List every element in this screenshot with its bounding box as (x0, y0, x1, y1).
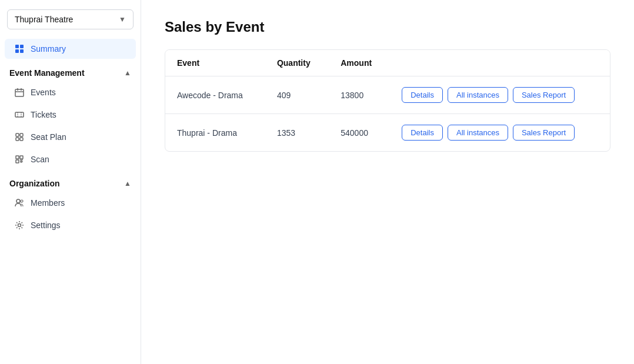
sidebar-item-members-label: Members (31, 198, 65, 208)
venue-dropdown-wrapper: Thuprai Theatre ▼ (0, 9, 141, 36)
sidebar-item-tickets-label: Tickets (31, 110, 56, 119)
svg-rect-0 (15, 45, 19, 48)
sidebar-item-settings-label: Settings (31, 221, 61, 230)
sidebar-item-tickets[interactable]: Tickets (5, 105, 136, 125)
members-icon (14, 198, 25, 208)
sidebar-item-members[interactable]: Members (5, 193, 136, 213)
scan-icon (14, 154, 25, 165)
col-actions (390, 50, 610, 76)
table-header-row: Event Quantity Amount (165, 50, 610, 76)
col-quantity: Quantity (265, 50, 329, 76)
svg-point-23 (18, 224, 21, 227)
organization-section: Organization ▲ (0, 172, 141, 191)
summary-icon (14, 44, 25, 54)
sidebar-item-scan[interactable]: Scan (5, 149, 136, 169)
svg-point-22 (21, 200, 23, 202)
svg-rect-12 (20, 133, 23, 136)
events-icon (14, 87, 25, 98)
organization-toggle-icon[interactable]: ▲ (124, 179, 131, 188)
svg-rect-1 (20, 45, 24, 48)
svg-rect-11 (16, 133, 19, 136)
cell-actions-0: Details All instances Sales Report (390, 76, 610, 114)
svg-rect-4 (15, 89, 24, 96)
svg-rect-13 (16, 138, 19, 141)
cell-event-1: Thuprai - Drama (165, 114, 265, 152)
sidebar-item-summary-label: Summary (31, 44, 66, 54)
col-amount: Amount (329, 50, 390, 76)
svg-rect-14 (20, 138, 23, 141)
sidebar: Thuprai Theatre ▼ Summary Event Manageme… (0, 0, 141, 364)
organization-label: Organization (9, 179, 60, 188)
sidebar-item-scan-label: Scan (31, 155, 49, 164)
sidebar-item-seat-plan-label: Seat Plan (31, 132, 66, 142)
cell-amount-1: 540000 (329, 114, 390, 152)
cell-quantity-1: 1353 (265, 114, 329, 152)
cell-event-0: Awecode - Drama (165, 76, 265, 114)
cell-actions-1: Details All instances Sales Report (390, 114, 610, 152)
main-content: Sales by Event Event Quantity Amount Awe… (141, 0, 634, 364)
seat-plan-icon (14, 132, 25, 142)
svg-rect-8 (15, 112, 24, 117)
all-instances-button-0[interactable]: All instances (448, 87, 508, 103)
page-title: Sales by Event (165, 19, 610, 35)
venue-name: Thuprai Theatre (15, 15, 73, 24)
event-management-label: Event Management (9, 68, 85, 78)
svg-rect-17 (16, 160, 19, 163)
sidebar-item-seat-plan[interactable]: Seat Plan (5, 127, 136, 147)
svg-rect-16 (20, 156, 23, 159)
svg-rect-15 (16, 156, 19, 159)
svg-rect-2 (15, 49, 19, 53)
event-management-section: Event Management ▲ (0, 61, 141, 80)
sales-table-container: Event Quantity Amount Awecode - Drama 40… (165, 49, 610, 152)
sidebar-item-summary[interactable]: Summary (5, 39, 136, 59)
chevron-down-icon: ▼ (119, 15, 126, 24)
details-button-1[interactable]: Details (402, 125, 443, 141)
sales-report-button-1[interactable]: Sales Report (513, 125, 575, 141)
all-instances-button-1[interactable]: All instances (448, 125, 508, 141)
col-event: Event (165, 50, 265, 76)
settings-icon (14, 220, 25, 231)
venue-dropdown[interactable]: Thuprai Theatre ▼ (7, 9, 134, 29)
table-row: Awecode - Drama 409 13800 Details All in… (165, 76, 610, 114)
details-button-0[interactable]: Details (402, 87, 443, 103)
event-management-toggle-icon[interactable]: ▲ (124, 69, 131, 77)
sidebar-item-events-label: Events (31, 88, 56, 97)
table-row: Thuprai - Drama 1353 540000 Details All … (165, 114, 610, 152)
sidebar-item-settings[interactable]: Settings (5, 215, 136, 235)
tickets-icon (14, 109, 25, 120)
sales-report-button-0[interactable]: Sales Report (513, 87, 575, 103)
sales-table: Event Quantity Amount Awecode - Drama 40… (165, 50, 610, 151)
cell-quantity-0: 409 (265, 76, 329, 114)
cell-amount-0: 13800 (329, 76, 390, 114)
sidebar-item-events[interactable]: Events (5, 82, 136, 102)
svg-point-21 (16, 199, 20, 203)
svg-rect-3 (20, 49, 24, 53)
